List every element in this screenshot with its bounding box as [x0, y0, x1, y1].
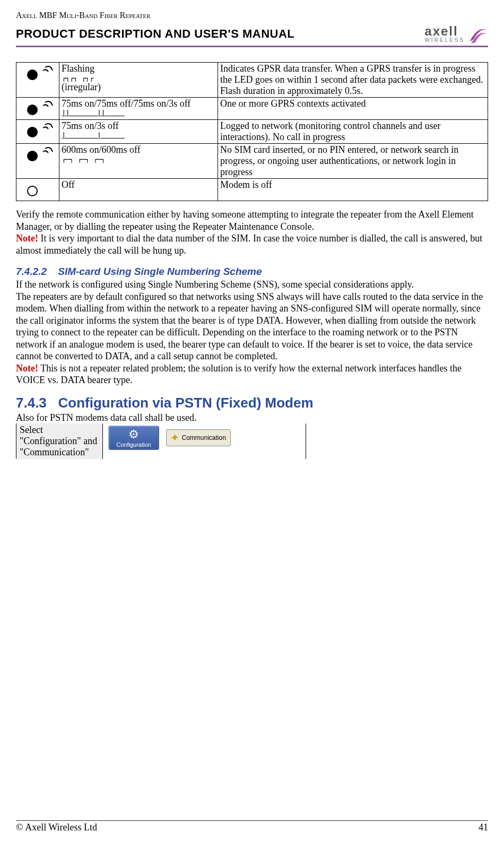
note2-label: Note! — [16, 363, 38, 374]
svg-point-4 — [28, 186, 37, 196]
config-step-label: Select "Configuration" and "Communicatio… — [16, 423, 103, 459]
svg-point-3 — [28, 151, 37, 161]
svg-point-2 — [28, 127, 37, 137]
led-description: Modem is off — [218, 179, 488, 201]
led-icon — [16, 63, 59, 98]
brand-logo: axell WIRELESS — [424, 23, 488, 45]
led-icon — [16, 179, 59, 201]
globe-arrows-icon: ✦ — [171, 432, 179, 444]
table-row: OffModem is off — [16, 179, 488, 201]
logo-swirl-icon — [467, 23, 488, 45]
led-description: No SIM card inserted, or no PIN entered,… — [218, 144, 488, 179]
led-icon — [16, 98, 59, 120]
config-step-table: Select "Configuration" and "Communicatio… — [16, 423, 306, 459]
pattern-label: 75ms on/3s off — [62, 120, 215, 132]
footer-copyright: © Axell Wireless Ltd — [16, 822, 97, 833]
pattern-label: Flashing — [62, 63, 215, 74]
configuration-button[interactable]: ⚙ Configuration — [108, 426, 159, 450]
p-74222-2: The repeaters are by default configured … — [16, 291, 483, 362]
svg-point-0 — [28, 70, 37, 80]
led-icon — [16, 120, 59, 144]
note1-text: It is very important to dial the data nu… — [16, 233, 482, 256]
table-row: 75ms on/3s off|________|______Logged to … — [16, 120, 488, 144]
logo-text-main: axell — [424, 25, 465, 38]
verify-text: Verify the remote communication either b… — [16, 209, 474, 232]
led-icon — [16, 144, 59, 179]
led-description: Indicates GPSR data transfer. When a GPR… — [218, 63, 488, 98]
pattern-label: 600ms on/600ms off — [62, 144, 215, 155]
led-pattern: 75ms on/3s off|________|______ — [59, 120, 218, 144]
svg-point-1 — [28, 105, 37, 115]
led-description: One or more GPRS contexts activated — [218, 98, 488, 120]
led-description: Logged to network (monitoring control ch… — [218, 120, 488, 144]
gear-icon: ⚙ — [112, 429, 155, 440]
logo-text-sub: WIRELESS — [424, 38, 465, 43]
led-pattern: Off — [59, 179, 218, 201]
note2-text: This is not a repeater related problem; … — [16, 363, 462, 386]
section-number-74222: 7.4.2.2 — [16, 266, 47, 277]
note-label: Note! — [16, 233, 38, 244]
intro-743: Also for PSTN modems data call shall be … — [16, 412, 488, 423]
pattern-waveform: ┌┐┌┐_┌┐┌ — [62, 74, 215, 82]
pattern-waveform: ┌─┐_┌─┐_┌─┐_ — [62, 155, 215, 163]
footer-page-number: 41 — [479, 822, 488, 833]
pattern-waveform: |________|______ — [62, 132, 215, 139]
table-row: Flashing┌┐┌┐_┌┐┌(irregular)Indicates GPS… — [16, 63, 488, 98]
section-title-74222: SIM-card Using Single Numbering Scheme — [58, 266, 262, 277]
configuration-button-label: Configuration — [116, 441, 151, 448]
section-title-743: Configuration via PSTN (Fixed) Modem — [58, 395, 314, 411]
table-row: 75ms on/75ms off/75ms on/3s off||_______… — [16, 98, 488, 120]
header-product-line: Axell MBF Muli-Band Fiber Repeater — [16, 11, 488, 20]
pattern-extra: (irregular) — [62, 82, 215, 93]
led-pattern: 75ms on/75ms off/75ms on/3s off||_______… — [59, 98, 218, 120]
led-status-table: Flashing┌┐┌┐_┌┐┌(irregular)Indicates GPS… — [16, 62, 488, 201]
table-row: 600ms on/600ms off┌─┐_┌─┐_┌─┐_No SIM car… — [16, 144, 488, 179]
pattern-label: Off — [62, 179, 215, 190]
led-pattern: 600ms on/600ms off┌─┐_┌─┐_┌─┐_ — [59, 144, 218, 179]
led-pattern: Flashing┌┐┌┐_┌┐┌(irregular) — [59, 63, 218, 98]
header-title: PRODUCT DESCRIPTION AND USER'S MANUAL — [16, 27, 294, 41]
communication-button-label: Communication — [182, 434, 226, 441]
pattern-label: 75ms on/75ms off/75ms on/3s off — [62, 98, 215, 109]
section-number-743: 7.4.3 — [16, 395, 47, 411]
pattern-waveform: ||_______||_____ — [62, 109, 215, 117]
p-74222-1: If the network is configured using Singl… — [16, 279, 414, 290]
communication-button[interactable]: ✦ Communication — [166, 429, 231, 446]
